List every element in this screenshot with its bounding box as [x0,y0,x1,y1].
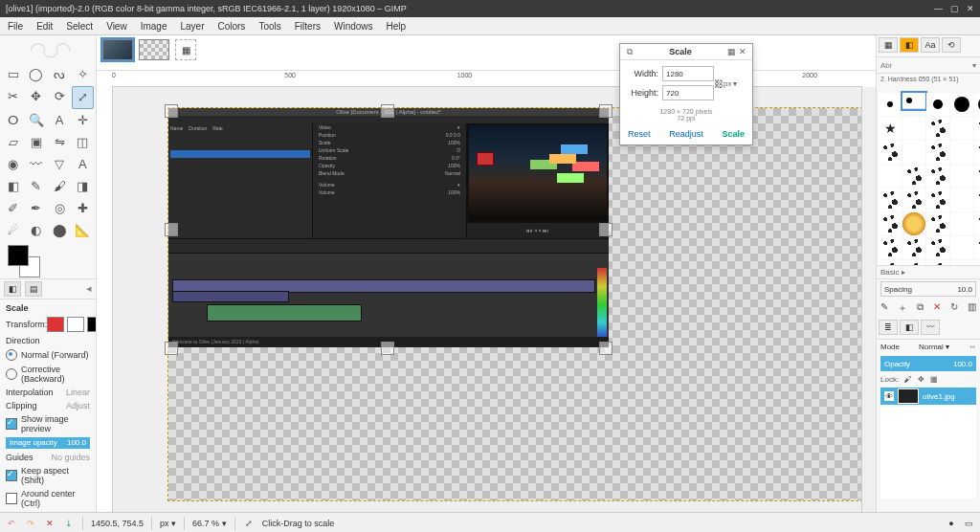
direction-normal-radio[interactable]: Normal (Forward) [6,349,90,361]
zoom-level[interactable]: 66.7 % ▾ [192,519,227,528]
menu-edit[interactable]: Edit [33,19,56,33]
brush-preset[interactable] [902,188,925,211]
fuzzy-select-icon[interactable]: ✧ [72,64,94,85]
image-tab[interactable] [102,39,133,60]
brush-preset[interactable] [974,93,980,116]
menu-select[interactable]: Select [62,19,97,33]
lock-pixels-icon[interactable]: 🖌 [904,375,912,384]
brush-preset[interactable] [926,141,949,164]
lock-alpha-icon[interactable]: ▦ [930,375,938,384]
transform-handle-w[interactable] [165,223,178,236]
brush-preset[interactable] [879,236,902,259]
brush-preset[interactable] [879,188,902,211]
brush-preset[interactable] [950,188,973,211]
brush-preset[interactable] [879,117,902,140]
devices-tab-icon[interactable]: ▤ [25,281,42,297]
nav-cancel-icon[interactable]: ● [946,518,957,529]
keep-aspect-checkbox[interactable]: Keep aspect (Shift) [6,466,90,485]
menu-filters[interactable]: Filters [291,19,324,33]
brush-preset[interactable] [950,165,973,188]
ink-icon[interactable]: ✒ [25,198,47,219]
guides-value[interactable]: No guides [51,453,90,462]
width-input[interactable]: 1280 [662,66,714,81]
around-center-checkbox[interactable]: Around center (Ctrl) [6,489,90,508]
warp-icon[interactable]: ◉ [2,154,24,175]
fg-bg-color[interactable] [6,245,90,277]
height-input[interactable]: 720 [662,85,714,100]
image-tab[interactable] [139,39,169,60]
spacing-slider[interactable]: Spacing10.0 [880,281,976,297]
scale-icon[interactable]: ⤢ [72,86,94,109]
undo-icon[interactable]: ↶ [6,518,17,529]
direction-corrective-radio[interactable]: Corrective (Backward) [6,365,90,384]
tab-menu-icon[interactable]: ◂ [86,282,92,295]
brush-filter[interactable]: Abr▾ [877,57,980,74]
chain-link-icon[interactable]: ⛓ [714,78,724,89]
clipping-value[interactable]: Adjust [66,401,90,410]
text-icon[interactable]: A [49,110,71,131]
perspective-icon[interactable]: ▣ [25,132,47,153]
brush-preset[interactable] [879,93,902,116]
brush-preset[interactable] [902,93,925,109]
measure-icon[interactable]: 📐 [72,220,94,241]
brush-preset[interactable] [974,236,980,259]
lock-position-icon[interactable]: ✥ [918,375,924,384]
brush-icon[interactable]: 🖌 [49,176,71,197]
brush-preset[interactable] [879,141,902,164]
ruler-vertical[interactable] [97,87,113,512]
history-tab-icon[interactable]: ⟲ [942,37,961,53]
brush-preset[interactable] [950,141,973,164]
menu-windows[interactable]: Windows [330,19,377,33]
transform-handle-se[interactable] [599,342,612,355]
basic-label[interactable]: Basic ▸ [877,266,980,279]
delete-icon[interactable]: ✕ [44,518,56,529]
crop-icon[interactable]: ✂ [2,86,24,107]
brush-duplicate-icon[interactable]: ⧉ [917,301,924,315]
layer-opacity-slider[interactable]: Opacity100.0 [880,356,976,371]
ellipse-select-icon[interactable]: ◯ [25,64,47,85]
transform-selection-icon[interactable] [67,317,84,332]
flip-icon[interactable]: ⇋ [49,132,71,153]
brush-preset[interactable] [879,165,902,188]
layer-visibility-icon[interactable]: 👁 [884,391,894,401]
nav-window-icon[interactable]: ▭ [963,518,974,529]
channels-tab-icon[interactable]: ◧ [900,320,919,335]
paths-tab-icon[interactable]: 〰 [921,320,940,335]
brush-preset[interactable] [879,212,902,235]
menu-tools[interactable]: Tools [255,19,284,33]
window-maximize-icon[interactable]: ▢ [950,4,959,13]
redo-icon[interactable]: ↷ [25,518,36,529]
scrollbar-vertical[interactable] [861,87,876,512]
pencil-icon[interactable]: ✎ [25,176,47,197]
brush-preset[interactable] [926,93,949,116]
unit-selector[interactable]: px ▾ [724,79,745,88]
menu-file[interactable]: File [4,19,27,33]
brush-open-icon[interactable]: ▥ [968,301,976,315]
canvas[interactable]: Olive [Document – 001 | Alpha] - untitle… [113,87,861,512]
reset-button[interactable]: Reset [628,129,651,139]
transform-handle-n[interactable] [381,104,394,118]
brush-preset[interactable] [950,236,973,259]
blur-icon[interactable]: ⬤ [49,220,71,241]
brush-preset[interactable] [902,165,925,188]
transform-layer-icon[interactable] [47,317,64,332]
rect-select-icon[interactable]: ▭ [2,64,24,85]
gradient-icon[interactable]: ◧ [2,176,24,197]
brush-refresh-icon[interactable]: ↻ [950,301,958,315]
brush-preset[interactable] [926,188,949,211]
brush-preset[interactable] [902,212,925,235]
lasso-select-icon[interactable]: ᔓ [49,64,71,85]
brush-preset[interactable] [974,141,980,164]
window-close-icon[interactable]: ✕ [967,4,974,13]
window-minimize-icon[interactable]: — [934,4,943,13]
show-preview-checkbox[interactable]: Show image preview [6,414,90,433]
menu-image[interactable]: Image [137,19,171,33]
brush-preset[interactable] [902,236,925,259]
unit-selector[interactable]: px ▾ [160,519,176,528]
brush-new-icon[interactable]: ＋ [898,301,907,315]
transform-handle-e[interactable] [599,223,612,236]
brush-delete-icon[interactable]: ✕ [933,301,941,315]
brush-preset[interactable] [926,212,949,235]
cage-icon[interactable]: ◫ [72,132,94,153]
scale-button[interactable]: Scale [722,129,745,139]
